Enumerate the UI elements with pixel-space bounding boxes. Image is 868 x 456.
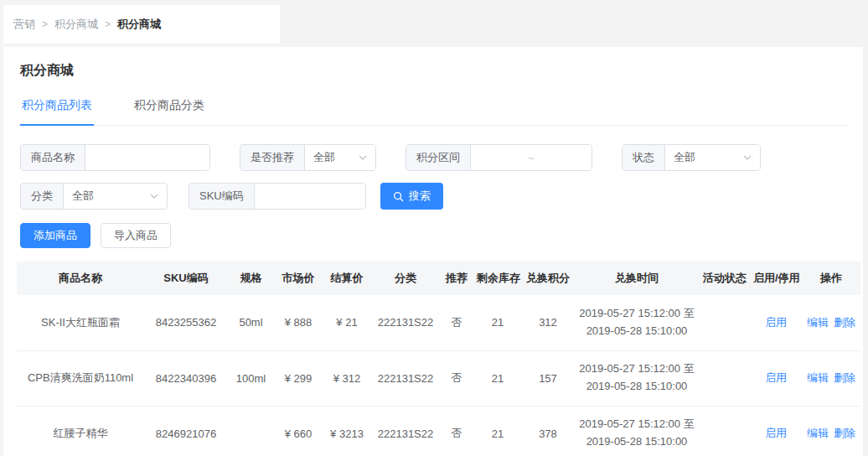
breadcrumb-item-points-mall[interactable]: 积分商城 bbox=[54, 17, 98, 32]
recommend-select[interactable]: 全部 bbox=[305, 145, 375, 170]
breadcrumb-separator: > bbox=[42, 18, 48, 30]
status-select[interactable]: 全部 bbox=[665, 145, 760, 170]
header-time: 兑换时间 bbox=[574, 262, 700, 295]
table-row: SK-II大红瓶面霜 8423255362 50ml ¥ 888 ¥ 21 22… bbox=[17, 295, 860, 350]
filter-row-2: 分类 全部 SKU编码 搜索 bbox=[20, 183, 850, 210]
page-title: 积分商城 bbox=[17, 62, 850, 80]
header-spec: 规格 bbox=[228, 262, 274, 295]
time-start: 2019-05-27 15:12:00 至 bbox=[577, 305, 696, 323]
breadcrumb-item-marketing[interactable]: 营销 bbox=[13, 17, 35, 32]
cell-stock: 21 bbox=[473, 406, 522, 456]
cell-activity-status bbox=[700, 350, 750, 406]
header-market-price: 市场价 bbox=[274, 262, 323, 295]
header-operations: 操作 bbox=[802, 262, 860, 295]
delete-link[interactable]: 删除 bbox=[834, 371, 855, 384]
cell-points: 157 bbox=[522, 350, 574, 406]
time-start: 2019-05-27 15:12:00 至 bbox=[577, 360, 696, 378]
breadcrumb-item-current: 积分商城 bbox=[117, 17, 161, 32]
search-icon bbox=[393, 191, 404, 202]
cell-points: 312 bbox=[522, 295, 574, 350]
breadcrumb: 营销 > 积分商城 > 积分商城 bbox=[3, 5, 280, 44]
import-product-button[interactable]: 导入商品 bbox=[101, 223, 171, 248]
cell-market-price: ¥ 299 bbox=[274, 350, 323, 406]
product-name-field: 商品名称 bbox=[20, 144, 210, 171]
header-recommend: 推荐 bbox=[440, 262, 473, 295]
search-button[interactable]: 搜索 bbox=[380, 183, 443, 210]
points-range-field: 积分区间 bbox=[406, 144, 592, 171]
tabs-bar: 积分商品列表 积分商品分类 bbox=[17, 98, 850, 126]
points-range-label: 积分区间 bbox=[406, 145, 471, 170]
status-label: 状态 bbox=[623, 145, 665, 170]
edit-link[interactable]: 编辑 bbox=[807, 371, 829, 384]
header-activity-status: 活动状态 bbox=[700, 262, 750, 295]
cell-stock: 21 bbox=[473, 350, 522, 406]
enable-link[interactable]: 启用 bbox=[765, 371, 787, 384]
table-actions: 添加商品 导入商品 bbox=[17, 223, 850, 248]
sku-field: SKU编码 bbox=[189, 183, 366, 210]
delete-link[interactable]: 删除 bbox=[834, 427, 855, 439]
time-end: 2019-05-28 15:10:00 bbox=[577, 323, 696, 340]
cell-category: 222131S22 bbox=[371, 295, 440, 350]
recommend-label: 是否推荐 bbox=[240, 145, 305, 170]
cell-time: 2019-05-27 15:12:00 至 2019-05-28 15:10:0… bbox=[574, 406, 700, 456]
chevron-down-icon bbox=[743, 155, 752, 160]
cell-enable: 启用 bbox=[750, 295, 802, 350]
header-enable: 启用/停用 bbox=[750, 262, 802, 295]
cell-category: 222131S22 bbox=[371, 406, 440, 456]
sku-input[interactable] bbox=[255, 184, 365, 209]
cell-recommend: 否 bbox=[440, 295, 473, 350]
delete-link[interactable]: 删除 bbox=[834, 316, 855, 329]
product-name-label: 商品名称 bbox=[21, 145, 85, 170]
header-points: 兑换积分 bbox=[522, 262, 574, 295]
search-button-label: 搜索 bbox=[409, 189, 431, 204]
breadcrumb-separator: > bbox=[105, 18, 111, 30]
table-header-row: 商品名称 SKU编码 规格 市场价 结算价 分类 推荐 剩余库存 兑换积分 兑换… bbox=[17, 262, 860, 295]
enable-link[interactable]: 启用 bbox=[765, 316, 787, 329]
cell-time: 2019-05-27 15:12:00 至 2019-05-28 15:10:0… bbox=[574, 295, 700, 350]
edit-link[interactable]: 编辑 bbox=[807, 427, 829, 439]
tab-points-product-category[interactable]: 积分商品分类 bbox=[132, 98, 206, 125]
filter-row-1: 商品名称 是否推荐 全部 积分区间 状态 全部 bbox=[20, 144, 850, 171]
enable-link[interactable]: 启用 bbox=[765, 427, 787, 439]
cell-sku: 8246921076 bbox=[144, 406, 228, 456]
cell-product-name: SK-II大红瓶面霜 bbox=[17, 295, 144, 350]
recommend-field: 是否推荐 全部 bbox=[240, 144, 376, 171]
category-label: 分类 bbox=[21, 184, 64, 209]
cell-operations: 编辑删除 bbox=[802, 350, 860, 406]
header-category: 分类 bbox=[371, 262, 440, 295]
cell-points: 378 bbox=[522, 406, 574, 456]
cell-time: 2019-05-27 15:12:00 至 2019-05-28 15:10:0… bbox=[574, 350, 700, 406]
cell-enable: 启用 bbox=[750, 406, 802, 456]
table-row: CPB清爽洗面奶110ml 8422340396 100ml ¥ 299 ¥ 3… bbox=[17, 350, 860, 406]
points-mall-page: { "colors": { "accent": "#2f88ff", "page… bbox=[0, 0, 868, 456]
add-product-button[interactable]: 添加商品 bbox=[20, 223, 90, 248]
status-select-value: 全部 bbox=[674, 150, 695, 165]
sku-label: SKU编码 bbox=[189, 184, 255, 209]
points-range-input[interactable] bbox=[471, 145, 592, 170]
edit-link[interactable]: 编辑 bbox=[807, 316, 829, 329]
category-select[interactable]: 全部 bbox=[64, 184, 167, 209]
cell-category: 222131S22 bbox=[371, 350, 440, 406]
products-table: 商品名称 SKU编码 规格 市场价 结算价 分类 推荐 剩余库存 兑换积分 兑换… bbox=[17, 262, 860, 456]
cell-market-price: ¥ 888 bbox=[274, 295, 323, 350]
table-row: 红腰子精华 8246921076 ¥ 660 ¥ 3213 222131S22 … bbox=[17, 406, 860, 456]
cell-activity-status bbox=[700, 295, 750, 350]
cell-recommend: 否 bbox=[440, 350, 473, 406]
tab-points-product-list[interactable]: 积分商品列表 bbox=[20, 98, 94, 126]
header-product-name: 商品名称 bbox=[17, 262, 144, 295]
cell-settle-price: ¥ 312 bbox=[323, 350, 371, 406]
cell-spec: 50ml bbox=[228, 295, 274, 350]
recommend-select-value: 全部 bbox=[313, 150, 335, 165]
chevron-down-icon bbox=[359, 155, 367, 160]
cell-sku: 8422340396 bbox=[144, 350, 228, 406]
category-field: 分类 全部 bbox=[20, 183, 168, 210]
cell-product-name: 红腰子精华 bbox=[17, 406, 144, 456]
product-name-input[interactable] bbox=[85, 145, 209, 170]
cell-stock: 21 bbox=[473, 295, 522, 350]
time-end: 2019-05-28 15:10:00 bbox=[577, 433, 696, 451]
header-sku: SKU编码 bbox=[144, 262, 228, 295]
main-card: 积分商城 积分商品列表 积分商品分类 商品名称 是否推荐 全部 积分区间 bbox=[3, 47, 863, 456]
time-start: 2019-05-27 15:12:00 至 bbox=[577, 416, 696, 433]
status-field: 状态 全部 bbox=[622, 144, 761, 171]
cell-spec bbox=[228, 406, 274, 456]
